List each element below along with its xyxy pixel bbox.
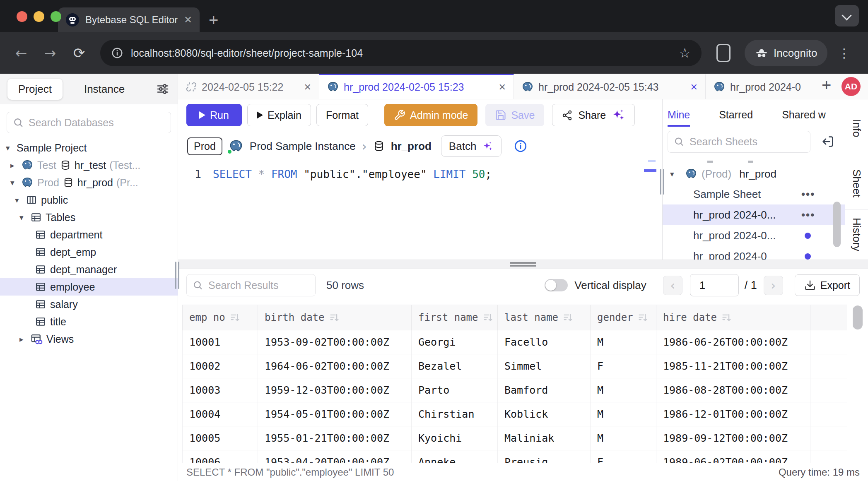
- editor-tab-1[interactable]: 2024-02-05 15:22✕: [178, 74, 319, 99]
- tree-item-title[interactable]: title: [0, 313, 178, 330]
- database-search-input[interactable]: [7, 112, 171, 133]
- result-row[interactable]: 100041954-05-01T00:00:00ZChirstianKoblic…: [182, 402, 868, 426]
- tree-item-hr-prod[interactable]: ▾Prodhr_prod(Pr...: [0, 174, 178, 191]
- divider-drag-handle[interactable]: [510, 262, 536, 267]
- caret-down-icon[interactable]: ▾: [6, 143, 17, 152]
- sort-icon[interactable]: [229, 312, 241, 323]
- minimize-window-button[interactable]: [34, 11, 44, 22]
- share-button[interactable]: Share: [552, 104, 635, 126]
- close-sheet-tab-icon[interactable]: ✕: [304, 82, 311, 92]
- tree-item-employee[interactable]: employee: [0, 278, 178, 296]
- column-header-birth_date[interactable]: birth_date: [258, 305, 412, 330]
- editor-tab-3[interactable]: hr_prod 2024-02-05 15:43✕: [514, 74, 706, 99]
- caret-down-icon[interactable]: ▾: [10, 178, 21, 187]
- column-header-emp_no[interactable]: emp_no: [182, 305, 258, 330]
- format-button[interactable]: Format: [316, 104, 368, 126]
- caret-down-icon[interactable]: ▾: [670, 169, 681, 178]
- close-browser-tab-icon[interactable]: ✕: [184, 14, 192, 26]
- zoom-window-button[interactable]: [51, 11, 61, 22]
- export-button[interactable]: Export: [795, 274, 860, 296]
- caret-right-icon[interactable]: ▸: [19, 334, 30, 344]
- new-browser-tab-button[interactable]: +: [200, 12, 218, 32]
- bookmark-star-icon[interactable]: ☆: [679, 45, 691, 61]
- close-window-button[interactable]: [17, 11, 27, 22]
- side-panel-icon[interactable]: [716, 44, 731, 62]
- database-name[interactable]: hr_prod: [391, 140, 432, 153]
- new-sheet-tab-button[interactable]: +: [814, 76, 831, 97]
- run-button[interactable]: Run: [186, 104, 242, 126]
- reload-icon[interactable]: ⟳: [68, 42, 90, 64]
- admin-mode-button[interactable]: Admin mode: [384, 104, 477, 126]
- collapse-panel-icon[interactable]: [821, 135, 835, 149]
- tree-item-tables[interactable]: ▾Tables: [0, 209, 178, 226]
- next-page-button[interactable]: ›: [764, 276, 783, 295]
- sort-icon[interactable]: [562, 312, 574, 323]
- browser-tab[interactable]: Bytebase SQL Editor ✕: [58, 7, 200, 32]
- sort-icon[interactable]: [482, 312, 494, 323]
- sheet-item[interactable]: hr_prod 2024-0...•••: [663, 204, 845, 225]
- sheets-tab-starred[interactable]: Starred: [719, 109, 753, 127]
- editor-tab-4[interactable]: hr_prod 2024-0: [706, 74, 814, 99]
- address-bar[interactable]: localhost:8080/sql-editor/sheet/project-…: [100, 40, 702, 66]
- rail-tab-history[interactable]: History: [845, 209, 868, 260]
- instance-name[interactable]: Prod Sample Instance: [250, 140, 356, 153]
- sheet-menu-icon[interactable]: •••: [801, 188, 815, 201]
- tree-item-dept-manager[interactable]: dept_manager: [0, 261, 178, 278]
- batch-button[interactable]: Batch: [441, 135, 502, 157]
- tree-item-salary[interactable]: salary: [0, 296, 178, 313]
- editor-tab-2[interactable]: hr_prod 2024-02-05 15:23✕: [319, 74, 514, 99]
- tab-list-chevron-button[interactable]: [835, 5, 859, 26]
- tree-item-hr-test[interactable]: ▸Testhr_test(Test...: [0, 156, 178, 174]
- tab-instance[interactable]: Instance: [73, 79, 135, 100]
- site-info-icon[interactable]: [111, 47, 123, 59]
- result-row[interactable]: 100051955-01-21T00:00:00ZKyoichiMaliniak…: [182, 426, 868, 450]
- result-row[interactable]: 100021964-06-02T00:00:00ZBezalelSimmelF1…: [182, 354, 868, 378]
- sheet-item[interactable]: hr_prod 2024-0...: [663, 225, 845, 246]
- forward-icon[interactable]: →: [39, 42, 61, 64]
- prev-page-button[interactable]: ‹: [663, 276, 682, 295]
- save-button[interactable]: Save: [485, 104, 544, 126]
- tree-item-department[interactable]: department: [0, 226, 178, 243]
- vertical-display-toggle[interactable]: [545, 279, 568, 291]
- close-sheet-tab-icon[interactable]: ✕: [690, 82, 698, 92]
- panel-resize-handle[interactable]: [660, 169, 665, 195]
- user-avatar[interactable]: AD: [841, 77, 861, 96]
- info-icon[interactable]: [514, 139, 528, 153]
- results-scrollbar[interactable]: [853, 305, 863, 329]
- column-header-first_name[interactable]: first_name: [412, 305, 498, 330]
- column-header-gender[interactable]: gender: [591, 305, 656, 330]
- sheets-tab-shared-w[interactable]: Shared w: [782, 109, 826, 127]
- caret-right-icon[interactable]: ▸: [10, 161, 21, 170]
- result-row[interactable]: 100061953-04-20T00:00:00ZAnnekePreusigF1…: [182, 450, 868, 463]
- rail-tab-info[interactable]: Info: [845, 99, 868, 157]
- back-icon[interactable]: ←: [10, 42, 32, 64]
- sort-icon[interactable]: [329, 312, 340, 323]
- results-divider[interactable]: [178, 260, 868, 269]
- sidebar-resize-handle[interactable]: [175, 262, 180, 289]
- tree-item-dept-emp[interactable]: dept_emp: [0, 243, 178, 261]
- filter-tune-icon[interactable]: [155, 82, 170, 96]
- sheet-menu-icon[interactable]: •••: [801, 209, 815, 221]
- tab-project[interactable]: Project: [7, 79, 63, 100]
- tree-item-views[interactable]: ▸Views: [0, 330, 178, 348]
- sort-icon[interactable]: [637, 312, 649, 323]
- column-header-last_name[interactable]: last_name: [498, 305, 591, 330]
- result-row[interactable]: 100011953-09-02T00:00:00ZGeorgiFacelloM1…: [182, 330, 868, 354]
- results-search-input[interactable]: [186, 274, 316, 296]
- tree-item-public[interactable]: ▾public: [0, 191, 178, 209]
- sheet-search-input[interactable]: [668, 131, 810, 153]
- sql-editor[interactable]: 1 SELECT * FROM "public"."employee" LIMI…: [178, 161, 662, 260]
- sheet-item[interactable]: hr_prod 2024-0: [663, 246, 845, 260]
- sheet-item[interactable]: Sample Sheet•••: [663, 184, 845, 204]
- close-sheet-tab-icon[interactable]: ✕: [499, 82, 506, 92]
- sheet-list-scrollbar[interactable]: [833, 202, 841, 247]
- sheet-group-hr-prod[interactable]: ▾ (Prod) hr_prod: [663, 164, 845, 184]
- rail-tab-sheet[interactable]: Sheet: [845, 157, 868, 209]
- sort-icon[interactable]: [721, 312, 732, 323]
- tree-item-sample-project[interactable]: ▾Sample Project: [0, 139, 178, 156]
- sheets-tab-mine[interactable]: Mine: [668, 109, 690, 127]
- column-header-hire_date[interactable]: hire_date: [656, 305, 810, 330]
- explain-button[interactable]: Explain: [247, 104, 311, 126]
- browser-menu-icon[interactable]: ⋮: [838, 46, 851, 60]
- page-number-input[interactable]: [690, 274, 739, 296]
